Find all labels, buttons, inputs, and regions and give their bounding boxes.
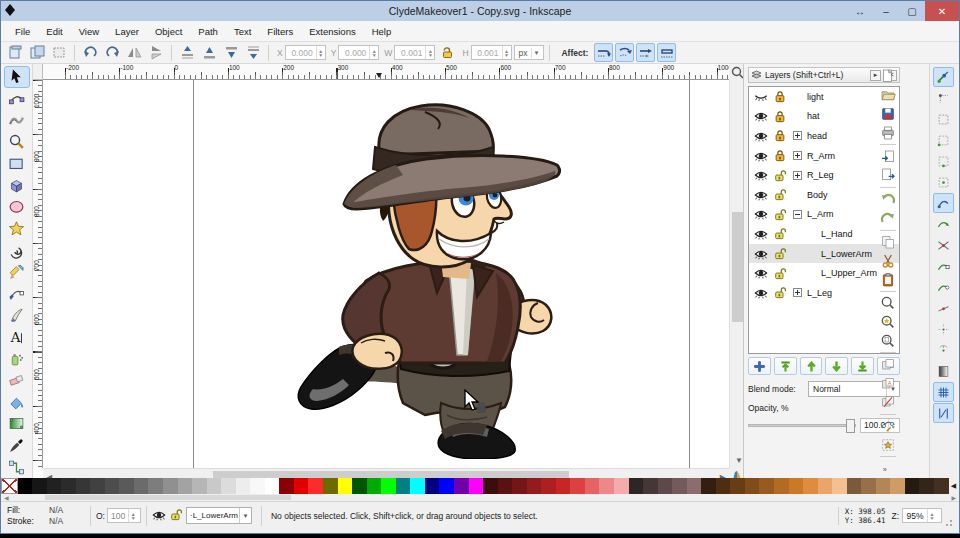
color-swatch[interactable] <box>163 478 178 494</box>
xml-editor-button[interactable] <box>878 417 898 436</box>
tool-rectangle[interactable] <box>4 153 30 175</box>
lock-open-icon[interactable] <box>772 227 787 240</box>
eye-open-icon[interactable] <box>753 267 768 279</box>
flip-vertical-button[interactable] <box>146 44 166 62</box>
color-swatch[interactable] <box>47 478 62 494</box>
cut-button[interactable] <box>878 251 898 270</box>
color-swatch[interactable] <box>803 478 818 494</box>
zoom-drawing-button[interactable] <box>878 313 898 332</box>
deselect-button[interactable] <box>49 44 69 62</box>
expander-icon[interactable] <box>791 131 803 140</box>
color-swatch[interactable] <box>498 478 513 494</box>
color-swatch[interactable] <box>483 478 498 494</box>
tool-dropper[interactable] <box>4 435 30 457</box>
color-swatch[interactable] <box>861 478 876 494</box>
select-all-button[interactable] <box>5 44 25 62</box>
undo-button[interactable] <box>878 190 898 209</box>
color-swatch[interactable] <box>119 478 134 494</box>
expander-icon[interactable] <box>791 288 803 297</box>
lower-to-bottom-button[interactable] <box>243 44 263 62</box>
color-swatch[interactable] <box>818 478 833 494</box>
color-swatch[interactable] <box>527 478 542 494</box>
menu-edit[interactable]: Edit <box>38 23 70 40</box>
raise-button[interactable] <box>199 44 219 62</box>
current-layer-selector[interactable]: ·L_LowerArm▼ <box>186 507 252 524</box>
menu-extensions[interactable]: Extensions <box>301 23 363 40</box>
color-swatch[interactable] <box>178 478 193 494</box>
menu-help[interactable]: Help <box>364 23 400 40</box>
menu-object[interactable]: Object <box>147 23 190 40</box>
vertical-scroll-thumb[interactable] <box>732 212 743 322</box>
snap-enable-toggle[interactable] <box>933 67 954 87</box>
unlink-clone-button[interactable] <box>878 393 898 412</box>
tool-gradient[interactable] <box>4 413 30 435</box>
color-swatch[interactable] <box>207 478 222 494</box>
export-button[interactable] <box>878 166 898 185</box>
lock-open-icon[interactable] <box>772 208 787 221</box>
color-swatch[interactable] <box>789 478 804 494</box>
add-layer-button[interactable] <box>748 357 771 375</box>
raise-layer-button[interactable] <box>800 357 823 375</box>
tool-bezier-pen[interactable] <box>4 283 30 305</box>
color-swatch[interactable] <box>134 478 149 494</box>
color-swatch[interactable] <box>469 478 484 494</box>
color-swatch[interactable] <box>279 478 294 494</box>
snap-guides-toggle[interactable] <box>933 403 954 423</box>
color-swatch[interactable] <box>556 478 571 494</box>
tool-calligraphy[interactable] <box>4 305 30 327</box>
lock-open-icon[interactable] <box>772 188 787 201</box>
layer-lock-icon[interactable] <box>170 508 182 523</box>
color-swatch[interactable] <box>381 478 396 494</box>
copy-button[interactable] <box>878 232 898 251</box>
snap-bbox-midpoints-toggle[interactable] <box>933 151 954 171</box>
color-swatch[interactable] <box>323 478 338 494</box>
snap-bbox-centers-toggle[interactable] <box>933 172 954 192</box>
color-swatch[interactable] <box>890 478 905 494</box>
snap-smooth-nodes-toggle[interactable] <box>933 277 954 297</box>
menu-path[interactable]: Path <box>190 23 226 40</box>
color-swatch[interactable] <box>250 478 265 494</box>
save-document-button[interactable] <box>878 105 898 124</box>
raise-to-top-button[interactable] <box>177 44 197 62</box>
opacity-slider-knob[interactable] <box>846 419 855 433</box>
height-field[interactable]: H 0.001▲▼ <box>462 45 511 60</box>
color-swatch[interactable] <box>847 478 862 494</box>
palette-overflow-arrow[interactable]: ◀ <box>949 478 959 494</box>
width-field[interactable]: W 0.001▲▼ <box>384 45 435 60</box>
tool-connector[interactable] <box>4 456 30 478</box>
color-swatch[interactable] <box>105 478 120 494</box>
color-swatch[interactable] <box>439 478 454 494</box>
color-swatch[interactable] <box>658 478 673 494</box>
lock-open-icon[interactable] <box>772 286 787 299</box>
scroll-down-arrow[interactable]: ▼ <box>735 456 743 465</box>
lower-button[interactable] <box>221 44 241 62</box>
select-all-layers-button[interactable] <box>27 44 47 62</box>
tool-node-editor[interactable] <box>4 88 30 110</box>
affect-move-clones-toggle[interactable] <box>636 43 655 62</box>
color-swatch[interactable] <box>730 478 745 494</box>
canvas-artwork-character[interactable] <box>291 103 561 459</box>
snap-cusp-nodes-toggle[interactable] <box>933 256 954 276</box>
snap-paths-toggle[interactable] <box>933 214 954 234</box>
menu-layer[interactable]: Layer <box>107 23 147 40</box>
eye-open-icon[interactable] <box>753 189 768 201</box>
color-swatch[interactable] <box>338 478 353 494</box>
eye-open-icon[interactable] <box>753 287 768 299</box>
tool-paint-bucket[interactable] <box>4 391 30 413</box>
affect-transform-stroke-toggle[interactable] <box>657 43 676 62</box>
color-swatch[interactable] <box>61 478 76 494</box>
lock-closed-icon[interactable] <box>772 129 787 142</box>
color-swatch[interactable] <box>32 478 47 494</box>
expander-icon[interactable] <box>791 171 803 180</box>
color-swatch[interactable] <box>774 478 789 494</box>
tool-tweak[interactable] <box>4 109 30 131</box>
rotate-cw-button[interactable] <box>102 44 122 62</box>
lock-open-icon[interactable] <box>772 267 787 280</box>
lock-ratio-icon[interactable] <box>437 44 457 62</box>
object-opacity-spinbox[interactable]: 100▲▼ <box>107 508 141 523</box>
color-swatch[interactable] <box>701 478 716 494</box>
minimize-button[interactable]: – <box>873 1 899 21</box>
eye-closed-icon[interactable] <box>753 91 768 103</box>
color-swatch[interactable] <box>308 478 323 494</box>
color-swatch[interactable] <box>643 478 658 494</box>
